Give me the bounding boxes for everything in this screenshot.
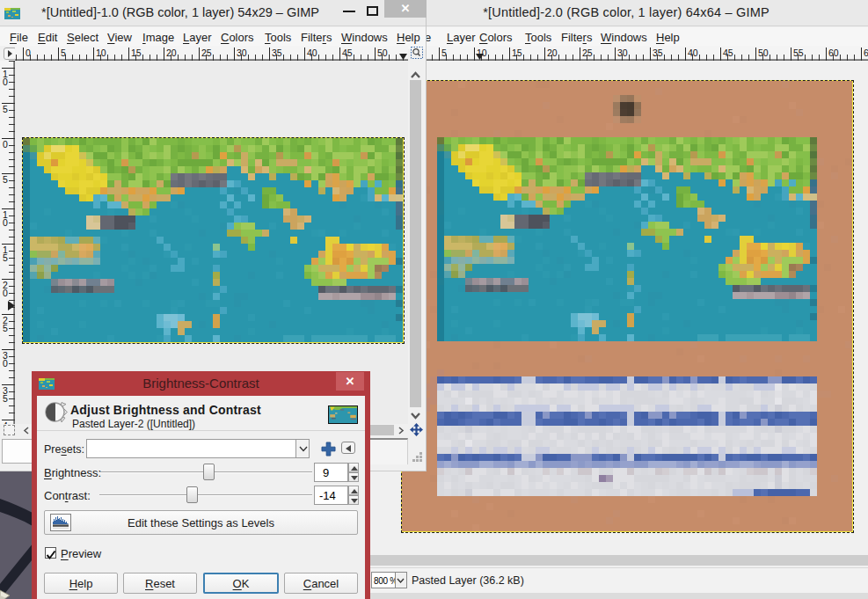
- svg-text:5: 5: [441, 47, 447, 58]
- svg-text:5: 5: [61, 47, 66, 58]
- svg-text:5: 5: [3, 174, 8, 185]
- svg-text:5: 5: [3, 252, 8, 263]
- svg-text:5: 5: [3, 393, 8, 404]
- svg-text:60: 60: [828, 47, 839, 58]
- svg-text:25: 25: [582, 47, 593, 58]
- svg-text:5: 5: [3, 323, 8, 333]
- svg-text:65: 65: [864, 47, 868, 58]
- svg-text:20: 20: [166, 47, 177, 58]
- svg-text:50: 50: [758, 47, 769, 58]
- svg-text:45: 45: [342, 47, 353, 58]
- svg-text:50: 50: [377, 47, 388, 58]
- svg-text:25: 25: [201, 47, 212, 58]
- svg-text:40: 40: [307, 47, 317, 58]
- svg-text:10: 10: [96, 47, 106, 58]
- svg-text:15: 15: [131, 47, 142, 58]
- svg-text:20: 20: [547, 47, 558, 58]
- svg-text:35: 35: [653, 47, 663, 58]
- svg-text:0: 0: [3, 288, 8, 298]
- svg-text:4: 4: [3, 420, 8, 424]
- svg-text:5: 5: [3, 104, 8, 114]
- svg-text:35: 35: [272, 47, 282, 58]
- svg-text:0: 0: [3, 77, 8, 87]
- svg-text:0: 0: [3, 217, 8, 228]
- svg-text:30: 30: [237, 47, 247, 58]
- svg-text:40: 40: [688, 47, 698, 58]
- svg-text:0: 0: [3, 358, 8, 369]
- svg-text:30: 30: [617, 47, 628, 58]
- svg-text:0: 0: [3, 139, 8, 150]
- svg-text:15: 15: [512, 47, 522, 58]
- svg-text:0: 0: [26, 47, 31, 58]
- svg-text:45: 45: [723, 47, 733, 58]
- svg-text:55: 55: [793, 47, 804, 58]
